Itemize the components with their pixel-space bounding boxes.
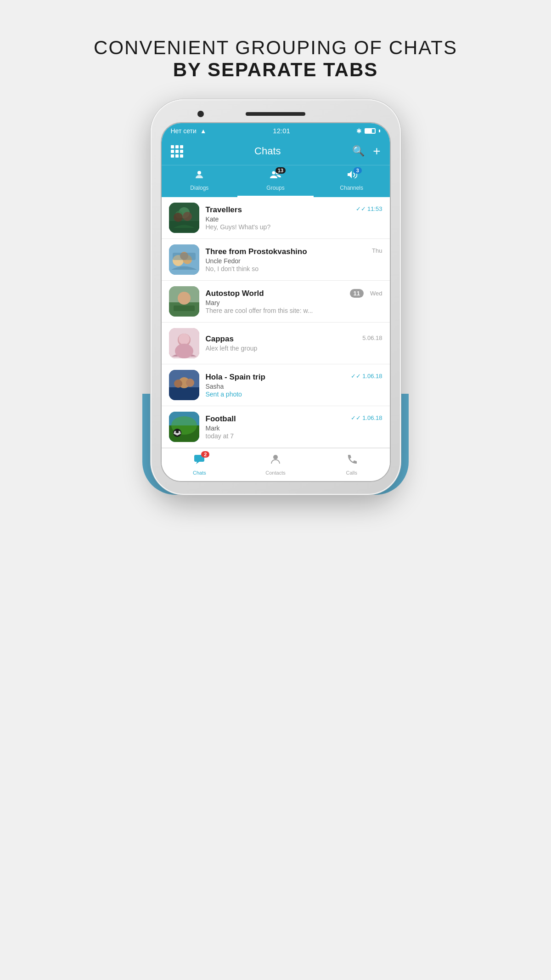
status-left: Нет сети ▲	[171, 127, 207, 135]
chat-name: Three from Prostokvashino	[206, 247, 307, 256]
chat-preview: today at 7	[206, 432, 382, 440]
chat-top-row: Cappas 5.06.18	[206, 334, 382, 344]
nav-item-contacts[interactable]: Contacts	[237, 448, 314, 481]
chat-time: ✓✓1.06.18	[351, 373, 382, 380]
svg-point-8	[183, 212, 192, 221]
svg-point-20	[179, 334, 190, 345]
chat-content-cappas: Cappas 5.06.18 Alex left the group	[206, 334, 382, 352]
contacts-nav-label: Contacts	[265, 470, 285, 476]
battery-tip	[379, 130, 380, 132]
tabs-bar: Dialogs 13 Groups	[162, 165, 390, 197]
tab-dialogs-label: Dialogs	[190, 185, 208, 191]
chat-avatar-travellers	[169, 203, 199, 233]
battery-icon	[365, 128, 376, 134]
menu-icon[interactable]	[171, 145, 183, 158]
chat-content-autostop: Autostop World 11 Wed Mary There are coo…	[206, 289, 382, 314]
chat-top-row: Three from Prostokvashino Thu	[206, 247, 382, 256]
status-time: 12:01	[273, 127, 290, 135]
phone-speaker	[246, 112, 305, 116]
chat-item-cappas[interactable]: Cappas 5.06.18 Alex left the group	[162, 323, 390, 364]
nav-badge-chats: 2	[201, 451, 209, 458]
chat-name: Football	[206, 414, 236, 424]
page-title-line2: BY SEPARATE TABS	[94, 59, 457, 81]
tab-groups[interactable]: 13 Groups	[237, 165, 314, 197]
chat-item-prostokvashino[interactable]: Three from Prostokvashino Thu Uncle Fedo…	[162, 239, 390, 281]
tab-channels-label: Channels	[340, 185, 363, 191]
calls-nav-icon	[346, 453, 358, 468]
chat-preview: Alex left the group	[206, 345, 382, 352]
chat-preview: Sent a photo	[206, 391, 382, 398]
phone-wrapper: Нет сети ▲ 12:01 ✱	[142, 99, 409, 495]
chat-avatar-cappas	[169, 328, 199, 358]
tab-groups-label: Groups	[266, 185, 284, 191]
chat-time: Thu	[372, 247, 382, 254]
chat-content-football: Football ✓✓1.06.18 Mark today at 7	[206, 414, 382, 440]
chat-name: Travellers	[206, 205, 242, 215]
chat-content-travellers: Travellers ✓✓11:53 Kate Hey, Guys! What'…	[206, 205, 382, 231]
chat-content-hola: Hola - Spain trip ✓✓1.06.18 Sasha Sent a…	[206, 373, 382, 398]
page-title-area: CONVENIENT GROUPING OF CHATS BY SEPARATE…	[94, 37, 457, 81]
chat-preview: Hey, Guys! What's up?	[206, 223, 382, 231]
svg-point-16	[178, 292, 191, 305]
phone-camera	[197, 111, 204, 117]
network-label: Нет сети	[171, 127, 197, 135]
svg-point-1	[272, 171, 276, 175]
chat-item-travellers[interactable]: Travellers ✓✓11:53 Kate Hey, Guys! What'…	[162, 197, 390, 239]
channels-badge: 3	[354, 167, 362, 174]
svg-rect-13	[173, 253, 196, 260]
chat-top-row: Travellers ✓✓11:53	[206, 205, 382, 215]
search-icon[interactable]: 🔍	[352, 145, 365, 157]
chat-avatar-hola	[169, 370, 199, 400]
chat-time: Wed	[370, 290, 382, 297]
chats-nav-label: Chats	[193, 470, 206, 476]
wifi-icon: ▲	[200, 127, 207, 135]
nav-item-chats[interactable]: 2 Chats	[162, 448, 238, 481]
svg-point-21	[175, 344, 193, 358]
svg-rect-23	[169, 387, 199, 400]
chat-top-row: Football ✓✓1.06.18	[206, 414, 382, 424]
chat-sender: Mark	[206, 425, 382, 432]
add-icon[interactable]: +	[373, 144, 380, 159]
chat-top-row: Autostop World 11 Wed	[206, 289, 382, 298]
chat-avatar-football	[169, 412, 199, 442]
chat-sender: Mary	[206, 299, 382, 306]
chat-sender: Uncle Fedor	[206, 257, 382, 265]
status-bar: Нет сети ▲ 12:01 ✱	[162, 123, 390, 138]
chat-time: ✓✓1.06.18	[351, 414, 382, 421]
bluetooth-icon: ✱	[356, 127, 362, 135]
svg-point-0	[197, 171, 201, 175]
chat-item-football[interactable]: Football ✓✓1.06.18 Mark today at 7	[162, 406, 390, 448]
contacts-nav-icon	[270, 453, 281, 468]
svg-point-26	[186, 379, 194, 387]
svg-rect-17	[174, 306, 195, 311]
groups-badge: 13	[276, 167, 286, 174]
bottom-nav: 2 Chats Contacts Calls	[162, 448, 390, 481]
chat-sender: Sasha	[206, 383, 382, 390]
chat-content-prostokvashino: Three from Prostokvashino Thu Uncle Fedo…	[206, 247, 382, 272]
chat-name: Cappas	[206, 334, 234, 344]
dialogs-icon	[194, 169, 205, 183]
status-right: ✱	[356, 127, 380, 135]
calls-nav-label: Calls	[346, 470, 357, 476]
screen: Нет сети ▲ 12:01 ✱	[161, 122, 391, 482]
chat-preview: No, I don't think so	[206, 265, 382, 272]
phone-top	[161, 112, 391, 116]
chat-preview: There are cool offer from this site: w..…	[206, 307, 382, 314]
header-actions: 🔍 +	[352, 144, 380, 159]
tab-channels[interactable]: 3 Channels	[314, 165, 390, 197]
phone-frame: Нет сети ▲ 12:01 ✱	[151, 99, 401, 495]
svg-point-25	[174, 380, 182, 388]
page-title-line1: CONVENIENT GROUPING OF CHATS	[94, 37, 457, 59]
chat-item-hola[interactable]: Hola - Spain trip ✓✓1.06.18 Sasha Sent a…	[162, 364, 390, 406]
chat-avatar-prostokvashino	[169, 244, 199, 275]
chat-item-autostop[interactable]: Autostop World 11 Wed Mary There are coo…	[162, 281, 390, 323]
unread-badge: 11	[350, 289, 364, 298]
app-header: Chats 🔍 +	[162, 138, 390, 165]
chat-sender: Kate	[206, 215, 382, 223]
chat-list: Travellers ✓✓11:53 Kate Hey, Guys! What'…	[162, 197, 390, 448]
nav-item-calls[interactable]: Calls	[314, 448, 390, 481]
chat-name: Autostop World	[206, 289, 264, 298]
battery-fill	[365, 129, 372, 133]
tab-dialogs[interactable]: Dialogs	[162, 165, 238, 197]
chat-name: Hola - Spain trip	[206, 373, 265, 382]
